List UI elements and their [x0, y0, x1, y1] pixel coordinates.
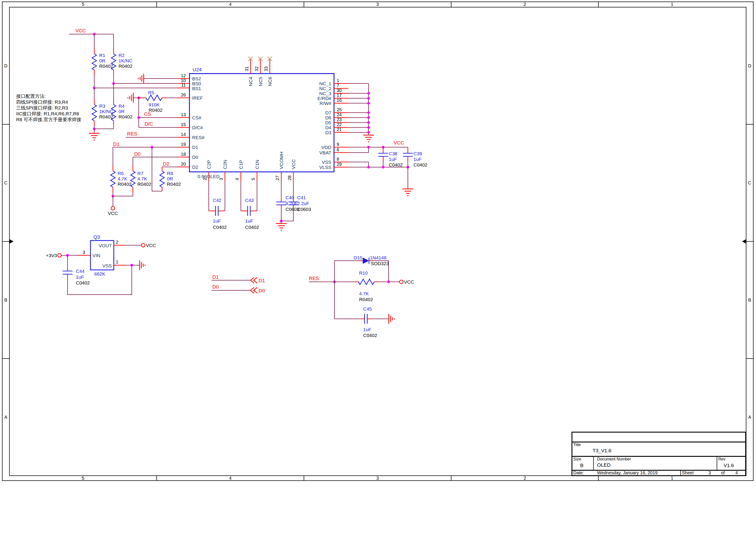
ground-symbol — [402, 189, 413, 196]
iref-cs-dc-res[interactable]: R5 910K R0402 CS D/C RES — [126, 90, 177, 137]
r8-ref: R8 — [167, 171, 173, 176]
net-label-res: RES — [309, 276, 319, 281]
schematic-sheet: 5 4 3 2 1 5 4 3 2 1 D C B A D C B A Titl… — [0, 0, 756, 534]
capacitor-C40[interactable] — [276, 202, 286, 205]
resistor-R1[interactable] — [92, 54, 96, 70]
pin-num: 10 — [181, 78, 186, 83]
capacitor-C43[interactable] — [248, 206, 250, 216]
pin-name: D7 — [325, 110, 331, 115]
pin-name: VDD — [321, 145, 331, 150]
resistor-R5[interactable] — [146, 95, 162, 100]
net-label-d0: D0 — [134, 151, 141, 157]
pin-num: 11 — [181, 83, 186, 88]
power-port-3v3 — [58, 254, 61, 257]
ic-u24[interactable]: U24 0.96OLED 12 10 11 26 13 15 14 19 18 … — [177, 57, 348, 182]
pin-name: VLSS — [319, 165, 331, 170]
r10-footprint: R0402 — [359, 297, 373, 302]
r1-footprint: R0402 — [99, 64, 113, 69]
vcomh-vcc-caps[interactable]: C40 4.7uF C0603 C41 2.2uF C0603 — [276, 182, 311, 230]
capacitor-C45[interactable] — [364, 314, 367, 324]
iic-pullup-network[interactable]: D1 D0 D2 R6 4.7K R0402 R7 4.7K R0402 R8 … — [108, 141, 181, 216]
pin-name: NC_2 — [319, 86, 331, 91]
titleblock-sheet-num: 3 — [708, 470, 711, 475]
capacitor-C39[interactable] — [403, 153, 413, 156]
regulator-q3[interactable]: Q3 662K VIN VOUT VSS 3 2 1 +3V3 VCC — [46, 234, 156, 295]
interface-config-note: 接口配置方法: 四线SPI接口焊接: R3,R4 三线SPI接口焊接: R2,R… — [16, 93, 81, 122]
pin-name: C1N — [255, 160, 260, 169]
pin-num: 6 — [337, 147, 339, 152]
titleblock-title-value: T3_V1.6 — [593, 448, 611, 453]
c41-value: 2.2uF — [297, 201, 309, 206]
r1-value: 0R — [99, 58, 105, 63]
net-label-cs: CS — [144, 111, 151, 117]
vdd-decoupling[interactable]: VCC C38 1uF C0402 C39 1uF C0402 — [348, 140, 427, 196]
offpage-label-d0: D0 — [258, 288, 265, 293]
pin-name: R/W# — [320, 101, 332, 106]
pin-num: 4 — [234, 178, 239, 180]
q3-pin-vout: VOUT — [99, 243, 112, 248]
border-col-label: 2 — [524, 2, 526, 7]
pin-name: C2N — [223, 160, 228, 169]
right-ground-bus[interactable] — [348, 84, 374, 142]
net-label-vcc: VCC — [394, 140, 404, 146]
port-label-3v3: +3V3 — [46, 253, 57, 258]
titleblock-sheet-label: Sheet — [682, 470, 694, 475]
r3-value: 1K/NC — [99, 109, 113, 114]
c40-value: 4.7uF — [285, 201, 298, 206]
c42-value: 1uF — [213, 218, 221, 224]
r3-footprint: R0402 — [99, 114, 113, 120]
pin-num: 18 — [181, 152, 186, 157]
titleblock-date-label: Date: — [573, 470, 584, 475]
r2-footprint: R0402 — [119, 64, 132, 69]
capacitor-C38[interactable] — [378, 153, 388, 156]
c38-ref: C38 — [389, 151, 397, 156]
resistor-R8[interactable] — [160, 171, 164, 187]
power-port-vcc — [111, 206, 115, 210]
c41-ref: C41 — [297, 195, 306, 200]
charge-pump-caps[interactable]: C42 1uF C0402 C43 1uF C0402 — [209, 182, 259, 230]
c45-footprint: C0402 — [363, 333, 377, 338]
pin-name: NC_1 — [319, 81, 331, 86]
c38-value: 1uF — [389, 157, 397, 162]
capacitor-C44[interactable] — [63, 271, 72, 274]
resistor-R3[interactable] — [92, 105, 96, 121]
pin-name: C1P — [238, 160, 244, 169]
c38-footprint: C0402 — [389, 162, 403, 167]
q3-num-vout: 2 — [116, 240, 118, 245]
pin-num: 33 — [263, 67, 268, 71]
port-label-vcc: VCC — [146, 243, 156, 248]
reset-network[interactable]: RES D15 1N4148 SOD323 VCC R10 4.7K R0402 — [309, 255, 414, 338]
capacitor-C42[interactable] — [215, 206, 218, 216]
r4-value: 0R — [119, 109, 124, 114]
pin-num: 24 — [337, 112, 342, 117]
offpage-connectors[interactable]: D1 D1 D0 D0 — [211, 274, 265, 293]
c42-footprint: C0402 — [213, 225, 227, 230]
pin-name: D4 — [325, 125, 331, 130]
sheet-center-arrow-right — [742, 239, 746, 244]
border-row-label: D — [4, 63, 7, 68]
net-label-d0: D0 — [212, 284, 219, 290]
ground-symbol — [89, 129, 100, 140]
c44-footprint: C0402 — [76, 280, 90, 285]
border-col-label: 5 — [82, 476, 84, 481]
pin-num: 5 — [251, 178, 256, 180]
sheet-frame: 5 4 3 2 1 5 4 3 2 1 D C B A D C B A — [2, 2, 753, 481]
border-col-label: 1 — [671, 2, 673, 7]
titleblock-doc-value: OLED — [597, 462, 610, 468]
border-row-label: D — [748, 63, 751, 68]
ic-body[interactable] — [189, 74, 334, 172]
pin-num: 15 — [181, 122, 186, 127]
bs-config-network[interactable]: VCC R1 0R R0402 R2 1K/NC R0402 R3 1K/NC … — [69, 28, 177, 140]
diode-D15[interactable] — [363, 257, 369, 264]
resistor-R10[interactable] — [358, 279, 374, 284]
r10-ref: R10 — [359, 270, 368, 276]
pin-num: 29 — [337, 162, 342, 167]
r6-ref: R6 — [118, 171, 124, 176]
pin-num: 26 — [181, 93, 186, 97]
u24-top-pins[interactable]: 31 32 33 NC4 NC5 NC6 — [244, 57, 273, 86]
border-col-label: 3 — [376, 476, 379, 481]
note-line: 接口配置方法: — [16, 93, 46, 99]
pin-name: VCOMH — [279, 152, 284, 169]
titleblock-of-label: of — [721, 470, 725, 475]
resistor-R6[interactable] — [111, 171, 115, 187]
